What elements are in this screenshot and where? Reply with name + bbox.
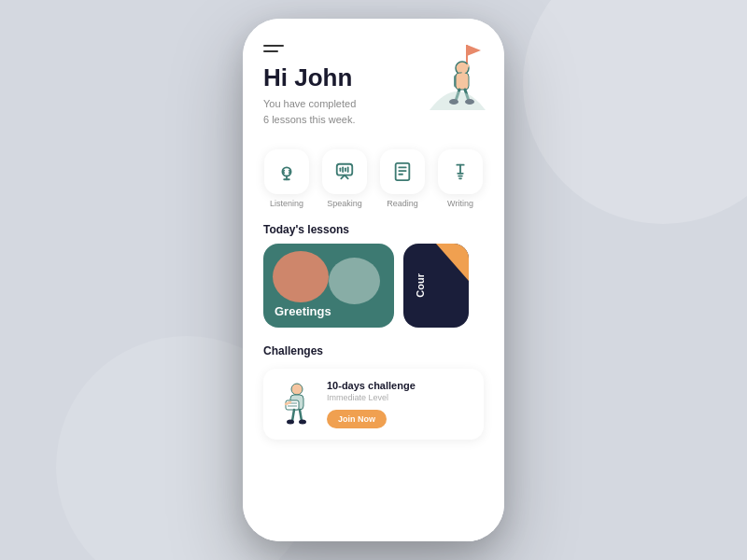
skill-label-listening: Listening	[270, 199, 303, 208]
challenge-info: 10-days challenge Immediate Level Join N…	[327, 380, 471, 428]
skill-label-reading: Reading	[387, 199, 418, 208]
svg-point-28	[287, 420, 294, 425]
white-card: Hi John You have completed6 lessons this…	[243, 19, 504, 541]
lesson-card-title-greetings: Greetings	[275, 304, 331, 318]
lesson-card-cour[interactable]: Cour	[403, 244, 469, 328]
lessons-section-title: Today's lessons	[243, 216, 504, 244]
skill-icon-box-reading	[380, 149, 425, 194]
triangle-orange	[436, 244, 469, 281]
challenge-card: 10-days challenge Immediate Level Join N…	[263, 369, 484, 440]
challenges-section-title: Challenges	[243, 337, 504, 365]
skill-speaking[interactable]: Speaking	[322, 149, 367, 208]
skill-icon-box-writing	[438, 149, 483, 194]
skill-icon-box-speaking	[322, 149, 367, 194]
lessons-scroll: Greetings Cour	[243, 244, 504, 337]
skills-row: Listening Speaking	[243, 136, 504, 216]
challenge-figure	[276, 382, 317, 427]
menu-icon[interactable]	[263, 45, 284, 52]
lesson-card-greetings[interactable]: Greetings	[263, 244, 394, 328]
svg-point-20	[291, 384, 303, 395]
header-illustration	[411, 35, 495, 119]
skill-reading[interactable]: Reading	[380, 149, 425, 208]
bg-decoration-1	[523, 0, 747, 224]
blob-mint	[329, 258, 380, 304]
phone-content: Hi John You have completed6 lessons this…	[243, 19, 504, 541]
challenges-section: 10-days challenge Immediate Level Join N…	[243, 365, 504, 541]
challenge-level: Immediate Level	[327, 393, 471, 402]
skill-label-speaking: Speaking	[327, 199, 362, 208]
lesson-card-title-cour: Cour	[415, 273, 431, 298]
skill-listening[interactable]: Listening	[264, 149, 309, 208]
skill-writing[interactable]: Writing	[438, 149, 483, 208]
challenge-title: 10-days challenge	[327, 380, 471, 391]
header: Hi John You have completed6 lessons this…	[243, 19, 504, 136]
svg-line-27	[300, 410, 302, 421]
skill-label-writing: Writing	[447, 199, 473, 208]
svg-marker-1	[467, 45, 481, 56]
svg-point-29	[299, 420, 306, 425]
phone-frame: Hi John You have completed6 lessons this…	[243, 19, 504, 541]
join-now-button[interactable]: Join Now	[327, 410, 387, 428]
svg-line-26	[292, 410, 294, 421]
svg-rect-22	[286, 400, 299, 410]
blob-pink	[273, 251, 329, 302]
skill-icon-box-listening	[264, 149, 309, 194]
